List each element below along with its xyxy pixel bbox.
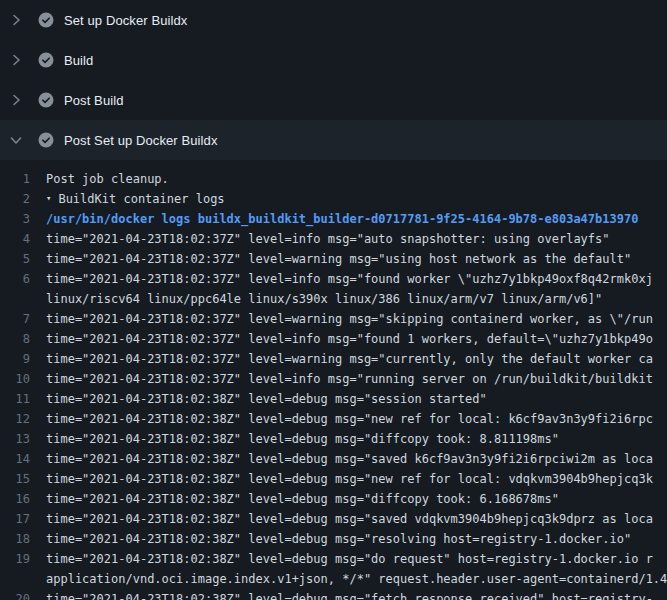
step-label: Post Set up Docker Buildx [64, 133, 218, 148]
log-text: application/vnd.oci.image.index.v1+json,… [46, 569, 667, 589]
log-line: 6time="2021-04-23T18:02:37Z" level=info … [0, 269, 667, 289]
line-number[interactable]: 2 [0, 189, 46, 209]
step-header-build[interactable]: Build [0, 40, 667, 80]
log-area: 1Post job cleanup.2▾BuildKit container l… [0, 160, 667, 600]
line-number[interactable]: 4 [0, 229, 46, 249]
line-number[interactable]: 20 [0, 589, 46, 600]
step-header-post-build[interactable]: Post Build [0, 80, 667, 120]
log-text: time="2021-04-23T18:02:38Z" level=debug … [46, 449, 653, 469]
line-number[interactable]: 12 [0, 409, 46, 429]
step-label: Set up Docker Buildx [64, 13, 187, 28]
line-number[interactable]: 18 [0, 529, 46, 549]
line-number[interactable]: 11 [0, 389, 46, 409]
line-number[interactable]: 15 [0, 469, 46, 489]
step-header-post-setup-docker-buildx[interactable]: Post Set up Docker Buildx [0, 120, 667, 160]
log-line: 7time="2021-04-23T18:02:37Z" level=warni… [0, 309, 667, 329]
log-line-continuation: linux/riscv64 linux/ppc64le linux/s390x … [0, 289, 667, 309]
line-number[interactable]: 6 [0, 269, 46, 289]
step-label: Build [64, 53, 93, 68]
log-line: 16time="2021-04-23T18:02:38Z" level=debu… [0, 489, 667, 509]
log-line-continuation: application/vnd.oci.image.index.v1+json,… [0, 569, 667, 589]
log-text: time="2021-04-23T18:02:38Z" level=debug … [46, 489, 559, 509]
log-line: 17time="2021-04-23T18:02:38Z" level=debu… [0, 509, 667, 529]
log-text: time="2021-04-23T18:02:38Z" level=debug … [46, 429, 559, 449]
line-number[interactable]: 16 [0, 489, 46, 509]
chevron-right-icon[interactable] [8, 12, 24, 28]
log-line: 11time="2021-04-23T18:02:38Z" level=debu… [0, 389, 667, 409]
log-line: 8time="2021-04-23T18:02:37Z" level=info … [0, 329, 667, 349]
log-line: 2▾BuildKit container logs [0, 189, 667, 209]
log-line: 10time="2021-04-23T18:02:37Z" level=info… [0, 369, 667, 389]
log-text: time="2021-04-23T18:02:37Z" level=info m… [46, 329, 653, 349]
log-text: time="2021-04-23T18:02:38Z" level=debug … [46, 469, 653, 489]
log-text: time="2021-04-23T18:02:38Z" level=debug … [46, 549, 653, 569]
log-line: 14time="2021-04-23T18:02:38Z" level=debu… [0, 449, 667, 469]
log-text: time="2021-04-23T18:02:38Z" level=debug … [46, 589, 653, 600]
log-text: time="2021-04-23T18:02:37Z" level=info m… [46, 269, 653, 289]
check-circle-icon [38, 52, 54, 68]
log-text: time="2021-04-23T18:02:38Z" level=debug … [46, 389, 487, 409]
check-circle-icon [38, 132, 54, 148]
log-line: 3/usr/bin/docker logs buildx_buildkit_bu… [0, 209, 667, 229]
log-text: time="2021-04-23T18:02:37Z" level=warnin… [46, 249, 631, 269]
log-text: linux/riscv64 linux/ppc64le linux/s390x … [46, 289, 602, 309]
line-number[interactable]: 7 [0, 309, 46, 329]
line-number [0, 289, 46, 309]
group-expand-icon[interactable]: ▾ [46, 188, 51, 208]
check-circle-icon [38, 12, 54, 28]
step-label: Post Build [64, 93, 124, 108]
check-circle-icon [38, 92, 54, 108]
log-text: time="2021-04-23T18:02:37Z" level=warnin… [46, 309, 653, 329]
chevron-right-icon[interactable] [8, 52, 24, 68]
line-number[interactable]: 1 [0, 169, 46, 189]
line-number[interactable]: 17 [0, 509, 46, 529]
log-text: time="2021-04-23T18:02:37Z" level=info m… [46, 369, 653, 389]
line-number[interactable]: 3 [0, 209, 46, 229]
log-group-label[interactable]: BuildKit container logs [58, 189, 224, 209]
line-number[interactable]: 5 [0, 249, 46, 269]
log-line: 4time="2021-04-23T18:02:37Z" level=info … [0, 229, 667, 249]
line-number[interactable]: 13 [0, 429, 46, 449]
log-text: time="2021-04-23T18:02:38Z" level=debug … [46, 529, 631, 549]
log-line: 1Post job cleanup. [0, 169, 667, 189]
log-line: 13time="2021-04-23T18:02:38Z" level=debu… [0, 429, 667, 449]
line-number[interactable]: 10 [0, 369, 46, 389]
chevron-right-icon[interactable] [8, 92, 24, 108]
log-line: 12time="2021-04-23T18:02:38Z" level=debu… [0, 409, 667, 429]
log-line: 20time="2021-04-23T18:02:38Z" level=debu… [0, 589, 667, 600]
log-line: 9time="2021-04-23T18:02:37Z" level=warni… [0, 349, 667, 369]
log-line: 18time="2021-04-23T18:02:38Z" level=debu… [0, 529, 667, 549]
chevron-down-icon[interactable] [8, 132, 24, 148]
log-text: time="2021-04-23T18:02:38Z" level=debug … [46, 509, 653, 529]
command-text: /usr/bin/docker logs buildx_buildkit_bui… [46, 209, 638, 229]
workflow-log-viewer: Set up Docker Buildx Build Post Build Po… [0, 0, 667, 600]
line-number[interactable]: 9 [0, 349, 46, 369]
log-text: time="2021-04-23T18:02:37Z" level=info m… [46, 229, 610, 249]
log-line: 5time="2021-04-23T18:02:37Z" level=warni… [0, 249, 667, 269]
line-number [0, 569, 46, 589]
log-line: 19time="2021-04-23T18:02:38Z" level=debu… [0, 549, 667, 569]
line-number[interactable]: 8 [0, 329, 46, 349]
log-line: 15time="2021-04-23T18:02:38Z" level=debu… [0, 469, 667, 489]
line-number[interactable]: 19 [0, 549, 46, 569]
log-text: time="2021-04-23T18:02:38Z" level=debug … [46, 409, 653, 429]
line-number[interactable]: 14 [0, 449, 46, 469]
step-header-setup-docker-buildx[interactable]: Set up Docker Buildx [0, 0, 667, 40]
log-text: Post job cleanup. [46, 169, 169, 189]
log-text: time="2021-04-23T18:02:37Z" level=warnin… [46, 349, 653, 369]
